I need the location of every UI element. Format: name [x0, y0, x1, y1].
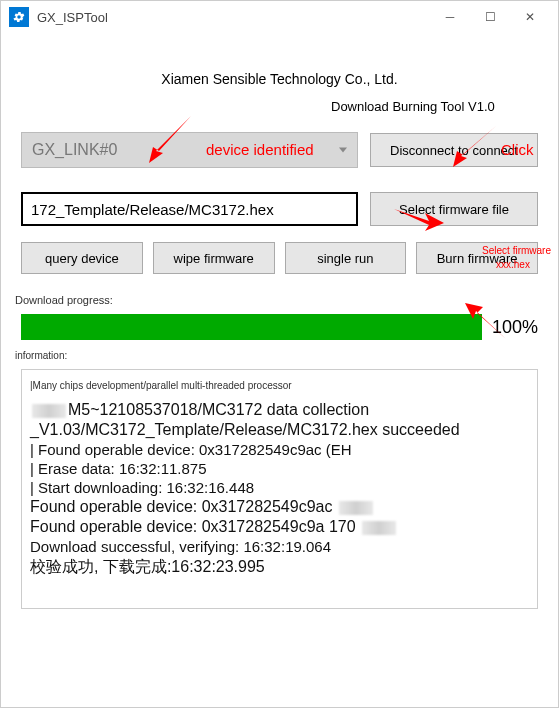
window-title: GX_ISPTool	[37, 10, 430, 25]
log-header: |Many chips development/parallel multi-t…	[30, 380, 529, 391]
tool-version-label: Download Burning Tool V1.0	[331, 99, 538, 114]
maximize-button[interactable]: ☐	[470, 3, 510, 31]
log-line: _V1.03/MC3172_Template/Release/MC3172.he…	[30, 421, 529, 439]
redacted	[32, 404, 66, 418]
log-line: Found operable device: 0x317282549c9a 17…	[30, 518, 529, 536]
log-line: Download successful, verifying: 16:32:19…	[30, 538, 529, 555]
minimize-button[interactable]: ─	[430, 3, 470, 31]
info-label: information:	[15, 350, 538, 361]
arrow-icon	[141, 111, 201, 166]
progress-label: Download progress:	[15, 294, 538, 306]
log-line: M5~12108537018/MC3172 data collection	[30, 401, 529, 419]
firmware-path-input[interactable]: 172_Template/Release/MC3172.hex	[21, 192, 358, 226]
arrow-icon	[389, 201, 449, 237]
firmware-path-text: 172_Template/Release/MC3172.hex	[31, 201, 274, 218]
progress-bar	[21, 314, 482, 340]
log-box[interactable]: |Many chips development/parallel multi-t…	[21, 369, 538, 609]
progress-fill	[21, 314, 482, 340]
redacted	[362, 521, 396, 535]
wipe-firmware-button[interactable]: wipe firmware	[153, 242, 275, 274]
arrow-icon	[441, 121, 501, 169]
window-titlebar: GX_ISPTool ─ ☐ ✕	[1, 1, 558, 33]
close-button[interactable]: ✕	[510, 3, 550, 31]
log-line: | Erase data: 16:32:11.875	[30, 460, 529, 477]
app-icon	[9, 7, 29, 27]
redacted	[339, 501, 373, 515]
annotation-hex-hint: xxx.hex	[496, 259, 530, 270]
device-selected-value: GX_LINK#0	[32, 141, 117, 159]
query-device-button[interactable]: query device	[21, 242, 143, 274]
single-run-button[interactable]: single run	[285, 242, 407, 274]
log-line: Found operable device: 0x317282549c9ac	[30, 498, 529, 516]
log-line: 校验成功, 下载完成:16:32:23.995	[30, 557, 529, 578]
arrow-icon	[461, 301, 511, 341]
annotation-select-firmware: Select firmware	[476, 245, 551, 256]
log-line: | Found operable device: 0x317282549c9ac…	[30, 441, 529, 458]
window-controls: ─ ☐ ✕	[430, 3, 550, 31]
company-name: Xiamen Sensible Technology Co., Ltd.	[21, 71, 538, 87]
log-line: | Start downloading: 16:32:16.448	[30, 479, 529, 496]
